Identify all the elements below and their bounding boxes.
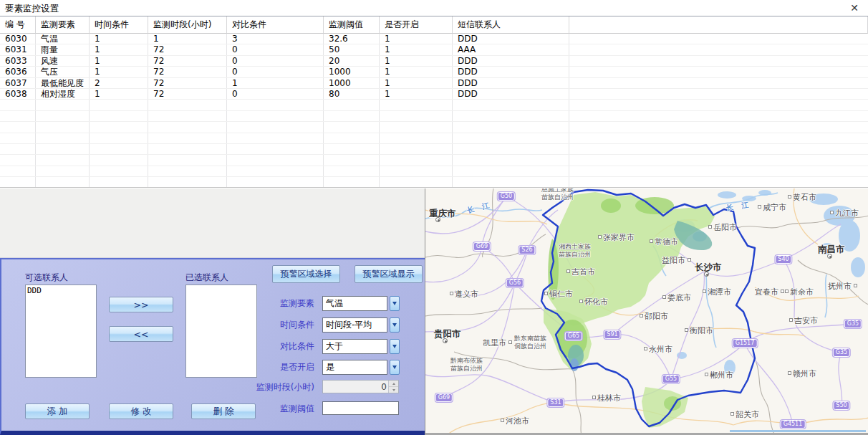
table-filler-cell	[569, 166, 868, 176]
table-cell: 雨量	[36, 44, 90, 54]
table-cell: 气温	[36, 34, 90, 44]
table-filler-cell	[569, 144, 868, 154]
road-badge: G55	[662, 375, 680, 383]
table-cell	[324, 155, 380, 165]
monitor-element-dropdown-arrow-icon[interactable]	[390, 296, 400, 311]
table-empty-row[interactable]	[0, 155, 868, 166]
modify-button[interactable]: 修 改	[109, 403, 173, 419]
table-cell: 2	[90, 78, 148, 88]
table-cell: 72	[148, 78, 227, 88]
add-button[interactable]: 添 加	[25, 403, 90, 419]
table-empty-row[interactable]	[0, 111, 868, 122]
move-left-button[interactable]: <<	[109, 326, 173, 342]
table-cell: 对比条件	[227, 16, 324, 34]
table-cell	[324, 122, 380, 132]
table-cell	[90, 100, 148, 110]
city-marker-icon	[685, 328, 688, 332]
close-icon[interactable]: ✕	[848, 2, 861, 14]
map-city-label: 永州市	[649, 344, 672, 355]
table-cell	[453, 144, 569, 154]
table-cell	[227, 100, 324, 110]
table-cell	[148, 144, 227, 154]
map-city-label: 黄石市	[793, 192, 816, 203]
warn-area-display-button[interactable]: 预警区域显示	[355, 265, 423, 283]
map-city-label: 凯里市	[483, 338, 506, 348]
map-city-label: 衡阳市	[690, 325, 713, 336]
table-cell: 监测阈值	[324, 16, 380, 34]
road-badge: S91	[604, 330, 620, 339]
map-horizontal-scrollbar[interactable]	[730, 430, 866, 432]
road-badge: G69	[473, 242, 491, 251]
selected-contacts-label: 已选联系人	[185, 272, 228, 284]
table-row[interactable]: 6030气温11332.61DDD	[0, 34, 868, 44]
map-city-label: 湘潭市	[708, 287, 731, 297]
table-cell	[380, 111, 453, 121]
city-marker-icon	[508, 340, 512, 344]
move-right-button[interactable]: >>	[109, 297, 173, 312]
enabled-label: 是否开启	[236, 361, 314, 373]
table-row[interactable]: 6038相对湿度1720801DDD	[0, 89, 868, 100]
spinner-arrows-icon[interactable]	[388, 381, 398, 393]
city-marker-icon	[781, 290, 784, 293]
monitor-element-select[interactable]: 气温	[322, 296, 387, 311]
map-city-label: 遵义市	[455, 289, 478, 300]
compare-condition-dropdown-arrow-icon[interactable]	[390, 339, 400, 354]
table-cell: 相对湿度	[36, 89, 90, 99]
table-empty-row[interactable]	[0, 144, 868, 155]
table-cell: DDD	[453, 34, 569, 44]
table-cell	[148, 155, 227, 165]
enabled-select[interactable]: 是	[322, 360, 387, 375]
table-cell: 72	[148, 56, 227, 66]
table-cell	[148, 177, 227, 187]
table-empty-row[interactable]	[0, 122, 868, 133]
table-empty-row[interactable]	[0, 177, 868, 188]
city-capital-marker-icon	[827, 254, 832, 259]
monitor-period-spinner[interactable]: 0	[322, 380, 399, 393]
table-cell	[324, 100, 380, 110]
road-badge: G56	[506, 279, 524, 287]
time-condition-label: 时间条件	[236, 319, 314, 331]
road-badge: S26	[519, 246, 535, 254]
road-badge: G35	[833, 348, 850, 357]
table-cell: 1	[148, 34, 227, 44]
table-cell	[148, 122, 227, 132]
table-row[interactable]: 6036气压172010001DDD	[0, 67, 868, 77]
monitor-elements-table[interactable]: 编 号监测要素时间条件监测时段(小时)对比条件监测阈值是否开启短信联系人6030…	[0, 16, 868, 188]
table-cell: 3	[227, 34, 324, 44]
table-cell: 72	[148, 89, 227, 99]
city-marker-icon	[501, 419, 504, 422]
table-cell	[36, 177, 90, 187]
table-cell	[0, 100, 36, 110]
map-city-label: 九江市	[835, 208, 859, 219]
table-filler-cell	[569, 122, 868, 132]
threshold-input[interactable]	[322, 401, 399, 415]
available-contact-item[interactable]: DDD	[26, 285, 96, 296]
table-empty-row[interactable]	[0, 100, 868, 110]
warn-area-select-button[interactable]: 预警区域选择	[272, 265, 340, 283]
time-condition-select[interactable]: 时间段-平均	[322, 317, 387, 333]
time-condition-dropdown-arrow-icon[interactable]	[390, 317, 400, 333]
city-marker-icon	[640, 314, 643, 317]
table-cell: 1000	[324, 78, 380, 88]
table-row[interactable]: 6031雨量1720501AAA	[0, 44, 868, 55]
table-cell: 监测要素	[36, 16, 90, 34]
compare-condition-select[interactable]: 大于	[322, 339, 387, 354]
table-cell: 1	[90, 56, 148, 66]
table-row[interactable]: 6033风速1720201DDD	[0, 56, 868, 67]
monitor-period-value: 0	[381, 381, 387, 393]
table-empty-row[interactable]	[0, 133, 868, 144]
table-filler-cell	[569, 67, 868, 77]
enabled-dropdown-arrow-icon[interactable]	[390, 360, 400, 375]
table-cell	[380, 133, 453, 143]
table-filler-cell	[569, 111, 868, 121]
table-row[interactable]: 6037最低能见度272110001DDD	[0, 78, 868, 89]
map-city-label: 郴州市	[710, 370, 733, 381]
road-badge: G50	[498, 192, 515, 201]
table-cell: DDD	[453, 78, 569, 88]
table-empty-row[interactable]	[0, 166, 868, 177]
warning-region-map[interactable]: 重庆市张家界市常德市益阳市岳阳市长沙市湘潭市娄底市邵阳市衡阳市永州市怀化市吉首市…	[425, 188, 868, 435]
available-contacts-list[interactable]: DDD	[25, 285, 97, 378]
delete-button[interactable]: 删 除	[191, 403, 256, 419]
map-district-label: 湘西土家族苗族自治州	[559, 243, 591, 259]
map-city-label: 岳阳市	[713, 222, 737, 233]
